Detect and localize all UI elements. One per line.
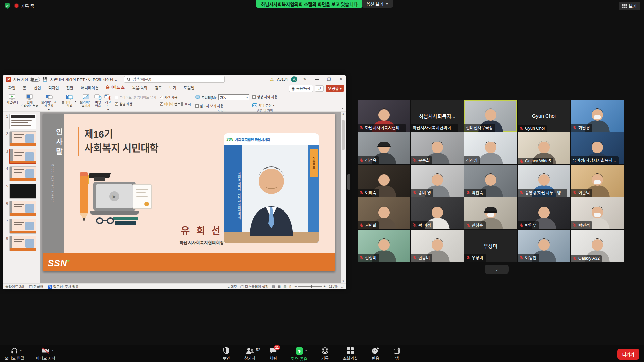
custom-slideshow-button[interactable]: 슬라이드 쇼 재구성 ▾ — [40, 93, 57, 112]
participant-tile-15[interactable]: 이춘덕 — [571, 165, 624, 197]
participants-button[interactable]: 52⌃참가자 — [243, 346, 257, 362]
participant-tile-20[interactable]: 박민정 — [571, 197, 624, 229]
participant-tile-6[interactable]: 김성옥 — [358, 132, 410, 164]
share-button[interactable]: ⌃화면 공유 — [290, 346, 309, 362]
ribbon-tab-슬라이드 쇼[interactable]: 슬라이드 쇼 — [102, 83, 128, 92]
ribbon-tab-도움말[interactable]: 도움말 — [180, 84, 198, 92]
ribbon-tab-검토[interactable]: 검토 — [151, 84, 165, 92]
ribbon-tab-애니메이션[interactable]: 애니메이션 — [77, 84, 102, 92]
rehearse-timings-button[interactable]: 예행 연습 — [93, 93, 103, 108]
from-current-slide-button[interactable]: 현재 슬라이드부터 — [20, 93, 39, 108]
comment-button[interactable]: 🗩 — [315, 85, 324, 92]
participant-tile-23[interactable]: 우상미우상미 — [464, 230, 517, 262]
participant-tile-10[interactable]: 유미성(하남시사회복지... — [571, 132, 624, 164]
security-button[interactable]: 보안 — [221, 346, 231, 362]
participant-tile-13[interactable]: 박찬숙 — [464, 165, 517, 197]
current-slide[interactable]: 인사말 Encouragement speech 제16기 사회복지 시민대학 … — [43, 114, 335, 272]
slide-thumbnail-8[interactable] — [9, 236, 36, 251]
scrollbar-thumb[interactable] — [342, 120, 345, 150]
leave-button[interactable]: 나가기 — [617, 349, 639, 360]
audio-button[interactable]: ⌃오디오 연결 — [3, 346, 26, 362]
notes-button[interactable]: ≡ 메모 — [227, 284, 237, 289]
minimize-button[interactable]: — — [313, 75, 321, 84]
participant-tile-9[interactable]: Galaxy Wide5 — [518, 132, 570, 164]
record-slideshow-button[interactable]: 레코 드 ▾ — [103, 93, 113, 112]
participant-tile-14[interactable]: 송영광(하남시푸드뱅... — [518, 165, 570, 197]
subtitle-settings-button[interactable]: 자막 설정 ▾ — [252, 100, 275, 108]
participant-tile-17[interactable]: 곽 미정 — [411, 197, 464, 229]
slide-thumbnail-7[interactable] — [9, 219, 36, 234]
slide-thumbnail-3[interactable] — [9, 149, 36, 164]
collapse-ribbon-icon[interactable]: ▾ — [342, 106, 343, 110]
slide-thumbnail-2[interactable] — [9, 131, 36, 146]
ribbon-tab-삽입[interactable]: 삽입 — [30, 84, 45, 92]
ribbon-tab-홈[interactable]: 홈 — [19, 84, 30, 92]
ribbon-tab-보기[interactable]: 보기 — [166, 84, 180, 92]
participant-tile-21[interactable]: 김정미 — [358, 230, 410, 262]
view-switcher[interactable]: ▤▦▥▯ — [272, 285, 291, 288]
play-narrations-checkbox[interactable]: 설명 재생 — [115, 101, 156, 106]
hide-slide-button[interactable]: 슬라이드 숨기기 — [79, 93, 93, 108]
participant-tile-5[interactable]: 허남경 — [571, 100, 624, 132]
ppt-search-box[interactable] — [124, 76, 225, 83]
setup-slideshow-button[interactable]: 슬라이드 쇼 설정 — [61, 93, 78, 108]
canvas-scrollbar[interactable]: ▲ ▼ — [341, 112, 346, 283]
participant-tile-18[interactable]: 안창순 — [464, 197, 517, 229]
pen-icon[interactable]: ✎ — [301, 75, 309, 84]
zoom-level[interactable]: 113% — [329, 284, 338, 288]
record-ribbon-button[interactable]: ◉ 녹음/녹화 — [289, 85, 313, 92]
panel-divider-handle[interactable] — [347, 174, 350, 190]
close-button[interactable]: ✕ — [337, 75, 345, 84]
participant-tile-24[interactable]: 이동찬 — [518, 230, 570, 262]
view-button[interactable]: 보기 — [619, 2, 640, 10]
restore-button[interactable]: ❐ — [325, 75, 333, 84]
participant-tile-16[interactable]: 권민화 — [358, 197, 410, 229]
participant-tile-25[interactable]: Galaxy A32 — [571, 230, 624, 262]
slide-thumbnail-4[interactable] — [9, 166, 36, 181]
fit-slide-icon[interactable]: ⛶ — [341, 284, 343, 289]
ribbon-tab-디자인[interactable]: 디자인 — [45, 84, 63, 92]
zoom-slider[interactable]: −+ — [294, 284, 325, 288]
participant-tile-3[interactable]: 김미선사무국장 — [464, 100, 517, 132]
participant-tile-22[interactable]: 한동미 — [411, 230, 464, 262]
show-media-controls-checkbox[interactable]: 미디어 컨트롤 표시 — [160, 101, 191, 106]
display-settings-button[interactable]: 🖵 디스플레이 설정 — [240, 284, 269, 289]
account-avatar[interactable]: A — [291, 76, 297, 82]
participant-tile-2[interactable]: 하남시사회복지...하남시사회복지협의회 ... — [411, 100, 464, 132]
ribbon-tab-파일[interactable]: 파일 — [5, 84, 19, 92]
participant-tile-1[interactable]: 하남시사회복지협의... — [358, 100, 410, 132]
always-use-subtitles-checkbox[interactable]: 항상 자막 사용 — [252, 93, 277, 99]
participant-tile-8[interactable]: 김신영 — [464, 132, 517, 164]
breakout-button[interactable]: 소회의실 — [341, 346, 359, 362]
search-input[interactable] — [132, 77, 222, 81]
office-share-button[interactable]: ⎋ 공유 ▾ — [326, 85, 344, 92]
autosave-toggle[interactable]: 자동 저장 끔 — [13, 77, 40, 82]
apps-button[interactable]: 앱 — [392, 346, 402, 362]
ribbon-tab-녹음/녹화[interactable]: 녹음/녹화 — [128, 84, 151, 92]
participant-tile-19[interactable]: 박연우 — [518, 197, 570, 229]
participant-tile-12[interactable]: 송미 영 — [411, 165, 464, 197]
slide-thumbnail-1[interactable] — [9, 114, 36, 129]
use-timings-checkbox[interactable]: 시간 사용 — [160, 95, 191, 100]
language-indicator[interactable]: 🗔 한국어 — [29, 284, 43, 289]
record-button[interactable]: 기록 — [320, 346, 330, 362]
gallery-collapse-button[interactable]: ⌄ — [485, 265, 509, 274]
accessibility-status[interactable]: ♿ 접근성: 조사 필요 — [48, 284, 79, 289]
slide-thumbnail-6[interactable] — [9, 201, 36, 216]
ribbon-tab-전환[interactable]: 전환 — [63, 84, 77, 92]
security-shield-icon[interactable] — [4, 2, 11, 9]
chat-button[interactable]: 11채팅 — [268, 346, 278, 362]
from-beginning-button[interactable]: 처음부터 — [5, 93, 19, 105]
presenter-view-checkbox[interactable]: 발표자 보기 사용 — [195, 101, 223, 108]
monitor-dropdown[interactable]: 자동▾ — [218, 94, 249, 100]
view-options-button[interactable]: 옵션 보기▼ — [362, 0, 393, 8]
participant-tile-4[interactable]: Gyun ChoiGyun Choi — [518, 100, 570, 132]
reactions-button[interactable]: 반응 — [370, 346, 381, 362]
slide-thumbnail-5[interactable] — [9, 184, 36, 199]
video-button[interactable]: ⌃비디오 시작 — [35, 346, 57, 362]
participant-tile-11[interactable]: 이혜숙 — [358, 165, 410, 197]
participant-tile-7[interactable]: 문숙희 — [411, 132, 464, 164]
keep-slides-updated-checkbox[interactable]: 슬라이드 및 업데이트 유지 — [115, 95, 156, 100]
ribbon: 처음부터 현재 슬라이드부터 슬라이드 쇼 재구성 ▾ 슬라이드 쇼 시작 — [3, 92, 346, 112]
save-icon[interactable]: 💾 — [43, 77, 48, 82]
